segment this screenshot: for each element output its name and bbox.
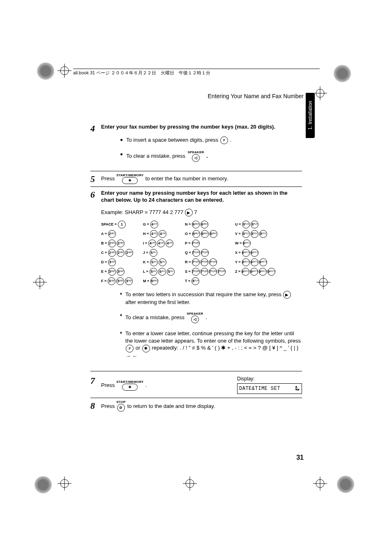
registration-mark-icon	[313, 477, 327, 491]
step-4: 4 Enter your fax number by pressing the …	[90, 123, 302, 171]
display-value: DATE&TIME SET	[239, 385, 280, 392]
char-table-cell: E =3DEF3DEF	[101, 268, 142, 276]
number-key-icon: 8TUV	[242, 230, 250, 238]
number-key-icon: 5JKL	[158, 268, 166, 276]
char-table-cell: Z =9WXYZ9WXYZ9WXYZ9WXYZ	[235, 268, 284, 276]
number-key-icon: 6MNO	[201, 230, 209, 238]
number-key-icon: 9WXYZ	[259, 258, 267, 266]
number-key-icon: 7PQRS	[192, 268, 200, 276]
step-title: Enter your fax number by pressing the nu…	[101, 123, 302, 131]
step-6: 6 Enter your name by pressing number key…	[90, 189, 302, 368]
registration-mark-icon	[33, 275, 47, 289]
registration-mark-icon	[58, 477, 71, 491]
number-key-icon: 7PQRS	[209, 268, 217, 276]
number-key-icon: 9WXYZ	[242, 258, 250, 266]
char-table-cell: R =7PQRS7PQRS7PQRS	[185, 258, 234, 266]
number-key-icon: 9WXYZ	[259, 268, 267, 276]
right-arrow-key-icon: ▶	[185, 209, 193, 216]
right-arrow-key-icon: ▶	[283, 291, 291, 299]
step-number: 5	[90, 174, 101, 184]
speaker-key-icon: SPEAKER ◁	[187, 312, 203, 323]
speaker-key-icon: SPEAKER ◁	[188, 151, 204, 162]
running-head: Entering Your Name and Fax Number	[208, 93, 304, 99]
number-key-icon: 5JKL	[150, 249, 157, 257]
number-key-icon: 7PQRS	[218, 268, 226, 276]
step-title: Enter your name by pressing number keys …	[101, 189, 302, 204]
step-8: 8 Press STOP ⊘ to return to the date and…	[90, 401, 302, 414]
char-table-cell: D =3DEF	[101, 258, 142, 266]
char-table-cell: J =5JKL	[143, 249, 184, 257]
number-key-icon: 2ABC	[108, 249, 116, 257]
step-number: 6	[90, 189, 101, 366]
char-table-cell: W =9WXYZ	[235, 240, 284, 247]
step-6-note-2: ♦ To clear a mistake, press SPEAKER ◁ .	[120, 312, 302, 323]
step-number: 4	[90, 123, 101, 168]
char-table-cell: X =9WXYZ9WXYZ	[235, 249, 284, 257]
number-key-icon: 8TUV	[242, 221, 250, 228]
char-table-cell: Y =9WXYZ9WXYZ9WXYZ	[235, 258, 284, 266]
step-number: 7	[90, 375, 101, 395]
binder-hole-icon	[337, 476, 354, 493]
number-key-icon: 7PQRS	[209, 258, 217, 266]
number-key-icon: 3DEF	[116, 277, 124, 285]
number-key-icon: 2ABC	[108, 230, 116, 238]
star-key-icon: ✱	[142, 345, 150, 352]
step-6-note-3: ♦ To enter a lower case letter, continue…	[120, 330, 302, 359]
step-4-bullet-2: ● To clear a mistake, press SPEAKER ◁ .	[120, 151, 302, 162]
number-key-icon: 4GHI	[159, 230, 166, 238]
number-key-icon: 7PQRS	[201, 249, 209, 257]
number-key-icon: 6MNO	[192, 221, 200, 228]
number-key-icon: 7PQRS	[192, 240, 200, 247]
registration-mark-icon	[316, 275, 330, 289]
chapter-tab: 1. Installation	[306, 93, 315, 138]
display-label: Display:	[237, 375, 302, 382]
char-table-cell: P =7PQRS	[185, 240, 234, 247]
number-key-icon: 7PQRS	[192, 249, 200, 257]
number-key-icon: 8TUV	[251, 230, 258, 238]
number-key-icon: 9WXYZ	[243, 240, 251, 247]
number-key-icon: 2ABC	[117, 249, 125, 257]
number-key-icon: 5JKL	[150, 268, 157, 276]
number-key-icon: 6MNO	[150, 277, 158, 285]
char-table-cell: O =6MNO6MNO6MNO	[185, 230, 234, 238]
number-key-icon: 7PQRS	[201, 258, 208, 266]
number-key-icon: 7PQRS	[192, 258, 200, 266]
page-number: 31	[296, 454, 304, 461]
char-table-cell: V =8TUV8TUV8TUV	[235, 230, 284, 238]
number-key-icon: 3DEF	[108, 258, 116, 266]
hash-key-icon: #	[220, 136, 228, 144]
char-table-cell: L =5JKL5JKL5JKL	[143, 268, 184, 276]
number-key-icon: 4GHI	[150, 221, 158, 228]
char-table-cell: C =2ABC2ABC2ABC	[101, 249, 142, 257]
char-table-cell: U =8TUV8TUV	[235, 221, 284, 228]
binder-hole-icon	[37, 62, 54, 80]
number-key-icon: 3DEF	[108, 268, 116, 276]
number-key-icon: 5JKL	[159, 258, 166, 266]
char-table-cell: Q =7PQRS7PQRS	[185, 249, 234, 257]
number-key-icon: 2ABC	[125, 249, 133, 257]
number-key-icon: 4GHI	[148, 240, 156, 247]
hash-key-icon: #	[126, 345, 134, 352]
registration-mark-icon	[313, 86, 327, 100]
char-table-cell: H =4GHI4GHI	[143, 230, 184, 238]
stop-key-icon: STOP ⊘	[116, 401, 125, 412]
number-key-icon: 9WXYZ	[242, 249, 250, 257]
character-entry-table: SPACE =1G =4GHIN =6MNO6MNOU =8TUV8TUVA =…	[101, 221, 302, 285]
number-key-icon: 4GHI	[157, 240, 165, 247]
book-header-line: all.book 31 ページ ２００４年６月２２日 火曜日 午後１２時１分	[73, 69, 320, 76]
number-key-icon: 7PQRS	[201, 268, 208, 276]
number-key-icon: 3DEF	[108, 277, 115, 285]
step-4-bullet-1: ● To insert a space between digits, pres…	[120, 136, 302, 144]
number-key-icon: 1	[118, 221, 126, 228]
number-key-icon: 2ABC	[108, 240, 116, 247]
char-table-cell: K =5JKL5JKL	[143, 258, 184, 266]
binder-hole-icon	[35, 476, 52, 493]
lcd-display: DATE&TIME SET ▲▼▶	[237, 383, 302, 394]
char-table-cell: I =4GHI4GHI4GHI	[143, 240, 184, 247]
char-table-cell: F =3DEF3DEF3DEF	[101, 277, 142, 285]
number-key-icon: 6MNO	[210, 230, 217, 238]
number-key-icon: 3DEF	[125, 277, 133, 285]
number-key-icon: 8TUV	[251, 221, 258, 228]
number-key-icon: 9WXYZ	[251, 258, 258, 266]
char-table-cell: B =2ABC2ABC	[101, 240, 142, 247]
